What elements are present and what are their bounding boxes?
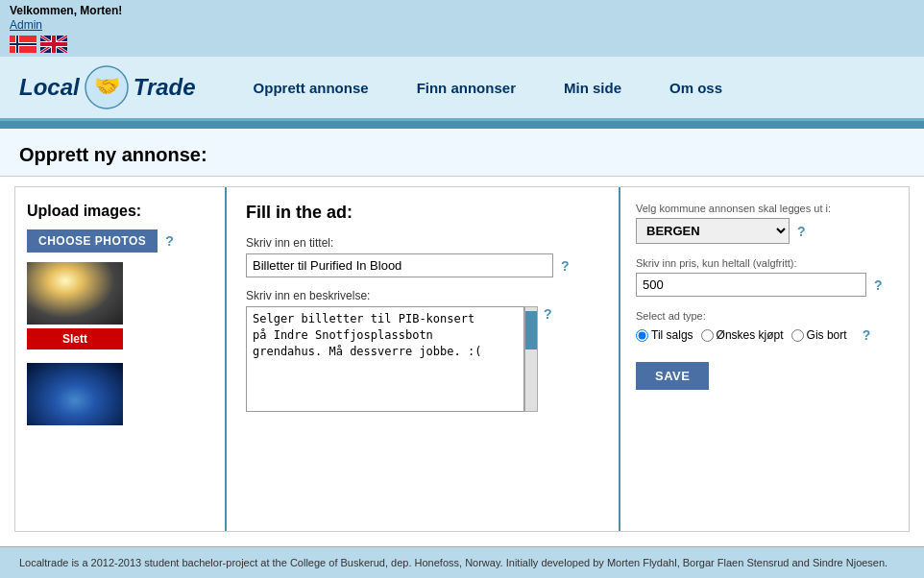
slett-button-1[interactable]: Slett — [27, 328, 123, 349]
price-field-group: Skriv inn pris, kun heltall (valgfritt):… — [636, 257, 893, 297]
title-field-group: Skriv inn en tittel: ? — [246, 236, 599, 277]
radio-kjopt[interactable] — [701, 329, 714, 342]
upload-row: CHOOSE PHOTOS ? — [27, 229, 213, 253]
nav-opprett-link[interactable]: Opprett annonse — [254, 80, 369, 96]
nav-finn-link[interactable]: Finn annonser — [417, 80, 516, 96]
header: Local 🤝 Trade Opprett annonse Finn annon… — [0, 57, 924, 121]
nav-min-link[interactable]: Min side — [564, 80, 621, 96]
price-input[interactable] — [636, 273, 866, 297]
price-label: Skriv inn pris, kun heltall (valgfritt): — [636, 257, 893, 269]
desc-textarea[interactable]: Selger billetter til PIB-konsert på Indr… — [246, 306, 524, 412]
adtype-help-icon[interactable]: ? — [863, 327, 871, 343]
right-panel: Velg kommune annonsen skal legges ut i: … — [620, 187, 909, 531]
choose-photos-button[interactable]: CHOOSE PHOTOS — [27, 229, 158, 253]
logo: Local 🤝 Trade — [19, 64, 196, 110]
blue-divider — [0, 121, 924, 129]
price-help-icon[interactable]: ? — [874, 277, 883, 293]
desc-help-icon[interactable]: ? — [544, 306, 552, 322]
radio-gisbort-label[interactable]: Gis bort — [791, 328, 847, 342]
welcome-text: Velkommen, Morten! — [10, 4, 914, 17]
kommune-select[interactable]: BERGEN OSLO TRONDHEIM — [636, 218, 790, 244]
title-help-icon[interactable]: ? — [561, 258, 570, 274]
ad-type-label: Select ad type: — [636, 310, 893, 322]
kommune-row: BERGEN OSLO TRONDHEIM ? — [636, 218, 893, 244]
image-thumb-1 — [27, 262, 123, 325]
concert-light-visual — [27, 262, 123, 325]
nav-om-link[interactable]: Om oss — [669, 80, 722, 96]
radio-kjopt-label[interactable]: Ønskes kjøpt — [701, 328, 784, 342]
desc-row: Selger billetter til PIB-konsert på Indr… — [246, 306, 599, 412]
logo-local-text: Local — [19, 74, 80, 101]
kommune-label: Velg kommune annonsen skal legges ut i: — [636, 203, 893, 214]
desc-label: Skriv inn en beskrivelse: — [246, 289, 599, 302]
image-thumb-2 — [27, 363, 123, 425]
svg-rect-13 — [40, 42, 67, 46]
concert-blue-visual — [27, 363, 123, 425]
scrollbar[interactable] — [524, 306, 538, 412]
scrollbar-thumb — [525, 311, 537, 349]
ad-type-section: Select ad type: Til salgs Ønskes kjøpt G… — [636, 310, 893, 343]
main-content: Upload images: CHOOSE PHOTOS ? Slett Fil… — [14, 186, 910, 532]
radio-gisbort[interactable] — [791, 329, 804, 342]
top-bar: Velkommen, Morten! Admin — [0, 0, 924, 57]
svg-text:🤝: 🤝 — [93, 73, 120, 99]
admin-link[interactable]: Admin — [10, 18, 42, 32]
title-input[interactable] — [246, 253, 553, 277]
page-heading-section: Opprett ny annonse: — [0, 129, 924, 177]
ad-form-heading: Fill in the ad: — [246, 203, 599, 223]
svg-rect-4 — [10, 43, 36, 45]
upload-panel: Upload images: CHOOSE PHOTOS ? Slett — [15, 187, 227, 531]
title-label: Skriv inn en tittel: — [246, 236, 599, 250]
handshake-icon: 🤝 — [84, 64, 130, 110]
page-title: Opprett ny annonse: — [19, 144, 905, 166]
desc-field-group: Skriv inn en beskrivelse: Selger billett… — [246, 289, 599, 412]
radio-salgs[interactable] — [636, 329, 648, 342]
kommune-help-icon[interactable]: ? — [797, 224, 806, 239]
radio-salgs-label[interactable]: Til salgs — [636, 328, 693, 342]
upload-help-icon[interactable]: ? — [165, 233, 174, 249]
price-row: ? — [636, 273, 893, 297]
ad-form-panel: Fill in the ad: Skriv inn en tittel: ? S… — [227, 187, 620, 531]
save-button[interactable]: SAVE — [636, 362, 709, 390]
main-nav: Opprett annonse Finn annonser Min side O… — [254, 80, 722, 96]
flag-uk-icon[interactable] — [40, 36, 67, 53]
logo-trade-text: Trade — [134, 74, 196, 101]
kommune-field-group: Velg kommune annonsen skal legges ut i: … — [636, 203, 893, 244]
title-row: ? — [246, 253, 599, 277]
upload-heading: Upload images: — [27, 203, 213, 220]
radio-row: Til salgs Ønskes kjøpt Gis bort ? — [636, 327, 893, 343]
flag-norway-icon[interactable] — [10, 36, 36, 53]
